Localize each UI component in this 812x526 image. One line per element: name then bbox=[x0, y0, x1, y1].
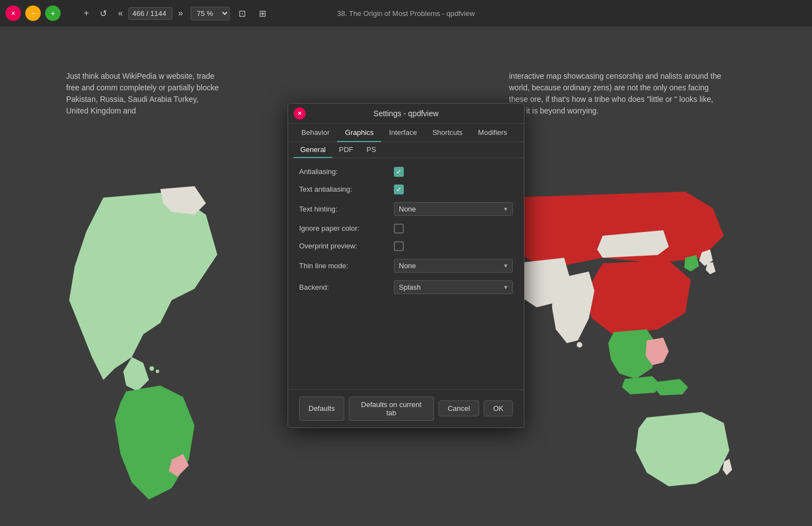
nav-forward-button[interactable]: » bbox=[175, 6, 186, 20]
main-tabs: Behavior Graphics Interface Shortcuts Mo… bbox=[288, 124, 524, 142]
dialog-title: Settings - qpdfview bbox=[373, 109, 439, 118]
svg-point-1 bbox=[156, 370, 159, 373]
defaults-button[interactable]: Defaults bbox=[299, 397, 344, 421]
tab-interface[interactable]: Interface bbox=[381, 124, 425, 142]
ignore-paper-color-label: Ignore paper color: bbox=[299, 224, 387, 232]
antialiasing-control: ✓ bbox=[394, 167, 513, 177]
defaults-current-tab-button[interactable]: Defaults on current tab bbox=[349, 397, 434, 421]
page-input[interactable] bbox=[128, 7, 172, 20]
dialog-header: × Settings - qpdfview bbox=[288, 104, 524, 124]
text-hinting-select-wrap: None Slight Medium Full bbox=[394, 202, 513, 216]
thin-line-mode-select[interactable]: None Solid Shape bbox=[394, 259, 513, 273]
content-area: Just think about WikiPedia w website, tr… bbox=[0, 26, 812, 526]
backend-label: Backend: bbox=[299, 283, 387, 291]
thin-line-mode-select-wrap: None Solid Shape bbox=[394, 259, 513, 273]
window-maximize-button[interactable]: + bbox=[45, 6, 61, 21]
settings-content: Antialiasing: ✓ Text antialiasing: ✓ Tex… bbox=[288, 158, 524, 389]
zoom-select[interactable]: 75 % 50 % 100 % 125 % 150 % bbox=[191, 7, 230, 20]
svg-point-0 bbox=[149, 366, 154, 371]
cancel-button[interactable]: Cancel bbox=[439, 400, 479, 416]
add-tab-button[interactable]: + bbox=[80, 6, 92, 20]
svg-point-2 bbox=[577, 342, 582, 348]
antialiasing-label: Antialiasing: bbox=[299, 167, 387, 176]
text-antialiasing-row: Text antialiasing: ✓ bbox=[299, 185, 513, 194]
nav-back-button[interactable]: « bbox=[115, 6, 126, 20]
page-navigation: « » bbox=[115, 6, 186, 20]
sub-tabs: General PDF PS bbox=[288, 142, 524, 158]
tab-modifiers[interactable]: Modifiers bbox=[470, 124, 515, 142]
window-minimize-button[interactable]: − bbox=[25, 6, 41, 21]
fit-width-button[interactable]: ⊞ bbox=[255, 6, 270, 21]
backend-select[interactable]: Splash Arthur bbox=[394, 280, 513, 294]
text-hinting-row: Text hinting: None Slight Medium Full bbox=[299, 202, 513, 216]
text-hinting-select[interactable]: None Slight Medium Full bbox=[394, 202, 513, 216]
backend-row: Backend: Splash Arthur bbox=[299, 280, 513, 294]
ignore-paper-color-checkbox[interactable] bbox=[394, 224, 404, 234]
overprint-preview-label: Overprint preview: bbox=[299, 242, 387, 250]
text-hinting-label: Text hinting: bbox=[299, 205, 387, 213]
thin-line-mode-label: Thin line mode: bbox=[299, 262, 387, 270]
bg-text-right: interactive map showcasing censorship an… bbox=[509, 71, 729, 117]
sub-tab-general[interactable]: General bbox=[294, 142, 332, 158]
footer-left-buttons: Defaults Defaults on current tab bbox=[299, 397, 434, 421]
tab-behavior[interactable]: Behavior bbox=[294, 124, 337, 142]
refresh-button[interactable]: ↺ bbox=[96, 6, 110, 21]
map-asia bbox=[492, 186, 768, 517]
thin-line-mode-row: Thin line mode: None Solid Shape bbox=[299, 259, 513, 273]
tab-graphics[interactable]: Graphics bbox=[337, 124, 381, 142]
dialog-close-button[interactable]: × bbox=[294, 107, 306, 120]
overprint-preview-control bbox=[394, 241, 513, 251]
sub-tab-ps[interactable]: PS bbox=[360, 142, 382, 158]
ok-button[interactable]: OK bbox=[484, 400, 513, 416]
app-title: 38. The Origin of Most Problems - qpdfvi… bbox=[337, 9, 475, 18]
overprint-preview-checkbox[interactable] bbox=[394, 241, 404, 251]
fit-page-button[interactable]: ⊡ bbox=[234, 6, 250, 21]
tab-shortcuts[interactable]: Shortcuts bbox=[425, 124, 470, 142]
window-close-button[interactable]: × bbox=[6, 6, 21, 21]
map-americas bbox=[55, 186, 231, 517]
text-antialiasing-control: ✓ bbox=[394, 185, 513, 194]
thin-line-mode-control: None Solid Shape bbox=[394, 259, 513, 273]
text-antialiasing-label: Text antialiasing: bbox=[299, 185, 387, 193]
ignore-paper-color-control bbox=[394, 224, 513, 234]
overprint-preview-row: Overprint preview: bbox=[299, 241, 513, 251]
sub-tab-pdf[interactable]: PDF bbox=[332, 142, 360, 158]
antialiasing-row: Antialiasing: ✓ bbox=[299, 167, 513, 177]
backend-control: Splash Arthur bbox=[394, 280, 513, 294]
dialog-footer: Defaults Defaults on current tab Cancel … bbox=[288, 389, 524, 427]
backend-select-wrap: Splash Arthur bbox=[394, 280, 513, 294]
footer-right-buttons: Cancel OK bbox=[439, 400, 513, 416]
ignore-paper-color-row: Ignore paper color: bbox=[299, 224, 513, 234]
bg-text-left: Just think about WikiPedia w website, tr… bbox=[66, 71, 220, 117]
toolbar: × − + + ↺ « » 75 % 50 % 100 % 125 % 150 … bbox=[0, 0, 812, 26]
settings-dialog: × Settings - qpdfview Behavior Graphics … bbox=[288, 103, 524, 428]
text-antialiasing-checkbox[interactable]: ✓ bbox=[394, 185, 404, 194]
antialiasing-checkbox[interactable]: ✓ bbox=[394, 167, 404, 177]
text-hinting-control: None Slight Medium Full bbox=[394, 202, 513, 216]
